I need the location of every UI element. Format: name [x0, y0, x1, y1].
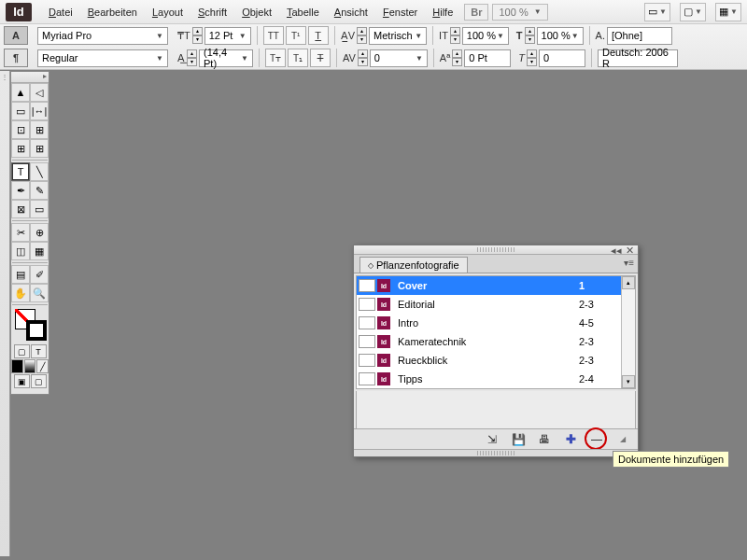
baseline-field[interactable]: 0 Pt — [464, 49, 511, 67]
menu-layout[interactable]: Layout — [145, 4, 190, 21]
measure-tool-b[interactable]: ⊞ — [30, 139, 49, 158]
gradient-feather-tool[interactable]: ▦ — [30, 242, 49, 260]
apply-none[interactable]: ╱ — [36, 359, 49, 373]
para-format-toggle[interactable]: ¶ — [4, 49, 28, 67]
language-dropdown[interactable]: Deutsch: 2006 R — [598, 49, 678, 67]
underline-button[interactable]: T — [308, 26, 329, 45]
book-row[interactable]: IdIntro4-5 — [357, 314, 635, 332]
bridge-button[interactable]: Br — [464, 4, 488, 21]
book-row-checkbox[interactable] — [359, 316, 375, 329]
apply-color[interactable] — [11, 359, 23, 373]
menu-help[interactable]: Hilfe — [425, 4, 460, 21]
remove-document-icon[interactable]: — — [589, 432, 604, 447]
charstyle-dropdown[interactable]: [Ohne] — [607, 27, 672, 45]
allcaps-button[interactable]: TT — [263, 26, 284, 45]
leading-field[interactable]: (14,4 Pt)▼ — [199, 49, 253, 67]
measure-tool-a[interactable]: ⊞ — [11, 139, 30, 158]
char-format-toggle[interactable]: A — [4, 26, 28, 45]
font-size-spinner[interactable]: ▴▾ — [192, 27, 203, 44]
gradient-swatch-tool[interactable]: ◫ — [11, 242, 30, 260]
kerning-spinner[interactable]: ▴▾ — [357, 27, 367, 44]
view-mode-preview[interactable]: ▢ — [31, 374, 47, 388]
view-mode-normal[interactable]: ▣ — [14, 374, 30, 388]
book-row[interactable]: IdCover1 — [357, 276, 635, 295]
resize-grip-icon[interactable]: ◢ — [615, 432, 630, 447]
save-book-icon[interactable]: 💾 — [511, 432, 526, 447]
book-row-checkbox[interactable] — [359, 372, 375, 385]
tracking-spinner[interactable]: ▴▾ — [358, 49, 368, 66]
view-mode-1[interactable]: ▭▼ — [644, 3, 670, 21]
dock-rail[interactable]: ⋮ — [0, 71, 10, 556]
direct-selection-tool[interactable]: ◁ — [30, 83, 49, 102]
book-row[interactable]: IdTipps2-4 — [357, 370, 635, 388]
leading-spinner[interactable]: ▴▾ — [187, 49, 197, 66]
vscale-spinner[interactable]: ▴▾ — [450, 27, 460, 44]
hscale-field[interactable]: 100 %▼ — [537, 27, 584, 45]
note-tool[interactable]: ▤ — [11, 265, 30, 284]
zoom-level[interactable]: 100 %▼ — [492, 4, 547, 21]
book-row-checkbox[interactable] — [359, 354, 375, 367]
rectangle-frame-tool[interactable]: ⊠ — [11, 200, 30, 218]
strikethrough-button[interactable]: T — [310, 49, 331, 67]
hscale-spinner[interactable]: ▴▾ — [525, 27, 535, 44]
hand-tool[interactable]: ✋ — [11, 284, 30, 302]
font-style-dropdown[interactable]: Regular▼ — [37, 49, 168, 67]
fill-stroke-swatch[interactable] — [13, 307, 47, 343]
selection-tool[interactable]: ▲ — [11, 83, 30, 102]
menu-view[interactable]: Ansicht — [327, 4, 375, 21]
line-tool[interactable]: ╲ — [30, 162, 49, 181]
smallcaps-button[interactable]: Tᴛ — [265, 49, 286, 67]
baseline-spinner[interactable]: ▴▾ — [452, 49, 462, 66]
content-placer-tool[interactable]: ⊞ — [30, 120, 49, 139]
format-container[interactable]: ▢ — [14, 344, 30, 358]
skew-field[interactable]: 0 — [539, 49, 585, 67]
book-row-checkbox[interactable] — [359, 335, 375, 348]
skew-icon: T — [518, 52, 525, 63]
menu-type[interactable]: Schrift — [190, 4, 234, 21]
rectangle-tool[interactable]: ▭ — [30, 200, 49, 218]
print-book-icon[interactable]: 🖶 — [537, 432, 552, 447]
view-mode-2[interactable]: ▢▼ — [680, 3, 706, 21]
scrollbar[interactable]: ▴ ▾ — [621, 276, 635, 388]
menu-object[interactable]: Objekt — [234, 4, 279, 21]
panel-resize-handle[interactable] — [354, 449, 638, 456]
view-mode-3[interactable]: ▦▼ — [715, 3, 741, 21]
add-document-icon[interactable]: ✚ — [563, 432, 578, 447]
pen-tool[interactable]: ✒ — [11, 181, 30, 200]
menu-file[interactable]: Datei — [41, 4, 80, 21]
content-collector-tool[interactable]: ⊡ — [11, 120, 30, 139]
free-transform-tool[interactable]: ⊕ — [30, 223, 49, 242]
type-tool[interactable]: T — [11, 162, 30, 181]
book-tab[interactable]: ◇Pflanzenfotografie — [359, 257, 468, 273]
book-row[interactable]: IdRueckblick2-3 — [357, 351, 635, 370]
eyedropper-tool[interactable]: ✐ — [30, 265, 49, 284]
panel-drag-handle[interactable]: ◂◂ ✕ — [354, 245, 638, 255]
superscript-button[interactable]: T¹ — [286, 26, 306, 45]
menu-window[interactable]: Fenster — [375, 4, 425, 21]
font-family-dropdown[interactable]: Myriad Pro▼ — [37, 27, 168, 45]
zoom-tool[interactable]: 🔍 — [30, 284, 49, 302]
tools-collapse[interactable]: ▸ — [11, 72, 49, 83]
vscale-field[interactable]: 100 %▼ — [462, 27, 509, 45]
font-size-field[interactable]: 12 Pt▼ — [204, 27, 251, 45]
menu-table[interactable]: Tabelle — [279, 4, 327, 21]
format-text[interactable]: T — [31, 344, 47, 358]
scroll-up[interactable]: ▴ — [622, 276, 635, 289]
subscript-button[interactable]: T₁ — [288, 49, 308, 67]
gap-tool[interactable]: |↔| — [30, 102, 49, 120]
book-row[interactable]: IdKameratechnik2-3 — [357, 332, 635, 351]
book-row[interactable]: IdEditorial2-3 — [357, 295, 635, 314]
scroll-down[interactable]: ▾ — [622, 375, 635, 388]
apply-gradient[interactable] — [24, 359, 36, 373]
book-row-checkbox[interactable] — [359, 298, 375, 311]
pencil-tool[interactable]: ✎ — [30, 181, 49, 200]
page-tool[interactable]: ▭ — [11, 102, 30, 120]
sync-icon[interactable]: ⇲ — [485, 432, 500, 447]
panel-menu-icon[interactable]: ▾≡ — [624, 258, 634, 268]
tracking-field[interactable]: 0▼ — [370, 49, 428, 67]
scissors-tool[interactable]: ✂ — [11, 223, 30, 242]
book-row-checkbox[interactable] — [359, 279, 375, 292]
kerning-field[interactable]: Metrisch▼ — [369, 27, 427, 45]
skew-spinner[interactable]: ▴▾ — [527, 49, 537, 66]
menu-edit[interactable]: Bearbeiten — [80, 4, 145, 21]
